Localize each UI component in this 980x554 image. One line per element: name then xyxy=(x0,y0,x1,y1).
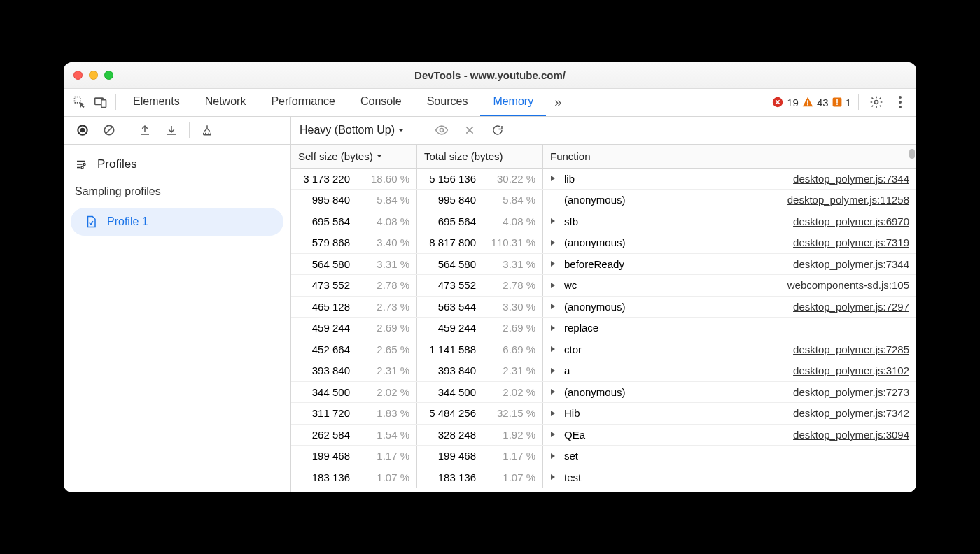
scrollbar-thumb[interactable] xyxy=(909,149,915,159)
self-pct: 2.02 % xyxy=(354,382,417,403)
table-row[interactable]: 564 5803.31 %564 5803.31 %beforeReadydes… xyxy=(291,254,916,276)
col-function[interactable]: Function xyxy=(543,145,916,168)
more-tabs-button[interactable]: » xyxy=(546,95,570,110)
titlebar: DevTools - www.youtube.com/ xyxy=(64,62,916,89)
profiles-header[interactable]: Profiles xyxy=(64,150,290,181)
total-pct: 2.78 % xyxy=(480,275,543,296)
table-row[interactable]: 183 1361.07 %183 1361.07 %test xyxy=(291,467,916,489)
total-pct: 6.69 % xyxy=(480,339,543,360)
table-row[interactable]: 465 1282.73 %563 5443.30 %(anonymous)des… xyxy=(291,297,916,318)
function-cell: (anonymous)desktop_polymer.js:11258 xyxy=(543,194,916,206)
record-button[interactable] xyxy=(69,118,96,143)
source-link[interactable]: desktop_polymer.js:7342 xyxy=(793,407,909,419)
function-cell: (anonymous)desktop_polymer.js:7319 xyxy=(543,236,916,248)
disclosure-triangle-icon[interactable] xyxy=(550,282,559,289)
tab-elements[interactable]: Elements xyxy=(120,89,192,116)
source-link[interactable]: webcomponents-sd.js:105 xyxy=(788,279,909,291)
source-link[interactable]: desktop_polymer.js:7285 xyxy=(793,343,909,355)
tab-performance[interactable]: Performance xyxy=(258,89,348,116)
view-mode-dropdown[interactable]: Heavy (Bottom Up) xyxy=(297,124,407,136)
close-icon[interactable] xyxy=(456,118,483,143)
source-link[interactable]: desktop_polymer.js:7344 xyxy=(793,258,909,270)
disclosure-triangle-icon[interactable] xyxy=(550,346,559,353)
minimize-window-button[interactable] xyxy=(89,71,98,80)
function-cell: beforeReadydesktop_polymer.js:7344 xyxy=(543,258,916,270)
table-row[interactable]: 262 5841.54 %328 2481.92 %QEadesktop_pol… xyxy=(291,425,916,446)
device-toolbar-icon[interactable] xyxy=(90,92,111,113)
source-link[interactable]: desktop_polymer.js:7344 xyxy=(793,173,909,185)
clear-button[interactable] xyxy=(96,118,122,143)
refresh-icon[interactable] xyxy=(484,118,511,143)
tab-sources[interactable]: Sources xyxy=(414,89,481,116)
eye-icon[interactable] xyxy=(428,118,455,143)
disclosure-triangle-icon[interactable] xyxy=(550,431,559,438)
source-link[interactable]: desktop_polymer.js:6970 xyxy=(793,215,909,227)
disclosure-triangle-icon[interactable] xyxy=(550,474,559,481)
disclosure-triangle-icon[interactable] xyxy=(550,303,559,310)
total-pct: 1.07 % xyxy=(480,467,543,488)
table-row[interactable]: 311 7201.83 %5 484 25632.15 %Hibdesktop_… xyxy=(291,403,916,425)
save-profile-icon[interactable] xyxy=(158,118,185,143)
view-toolbar: Heavy (Bottom Up) xyxy=(291,118,916,143)
self-bytes: 3 173 220 xyxy=(291,173,354,185)
close-window-button[interactable] xyxy=(74,71,83,80)
disclosure-triangle-icon[interactable] xyxy=(550,388,559,395)
table-row[interactable]: 393 8402.31 %393 8402.31 %adesktop_polym… xyxy=(291,360,916,382)
table-row[interactable]: 344 5002.02 %344 5002.02 %(anonymous)des… xyxy=(291,382,916,404)
source-link[interactable]: desktop_polymer.js:7319 xyxy=(793,236,909,248)
divider xyxy=(115,94,116,110)
function-cell: adesktop_polymer.js:3102 xyxy=(543,364,916,376)
fullscreen-window-button[interactable] xyxy=(104,71,113,80)
source-link[interactable]: desktop_polymer.js:7297 xyxy=(793,301,909,313)
disclosure-triangle-icon[interactable] xyxy=(550,239,559,246)
inspect-element-icon[interactable] xyxy=(69,92,90,113)
errors-count[interactable]: 19 xyxy=(771,96,799,108)
svg-rect-7 xyxy=(836,99,838,104)
svg-point-11 xyxy=(899,101,902,104)
disclosure-triangle-icon[interactable] xyxy=(550,218,559,225)
collect-garbage-icon[interactable] xyxy=(194,118,220,143)
tab-network[interactable]: Network xyxy=(192,89,259,116)
disclosure-triangle-icon[interactable] xyxy=(550,453,559,460)
source-link[interactable]: desktop_polymer.js:3102 xyxy=(793,364,909,376)
svg-rect-5 xyxy=(807,104,808,106)
source-link[interactable]: desktop_polymer.js:7273 xyxy=(793,386,909,398)
source-link[interactable]: desktop_polymer.js:3094 xyxy=(793,429,909,441)
warnings-count[interactable]: 43 xyxy=(802,96,829,108)
disclosure-triangle-icon[interactable] xyxy=(550,367,559,374)
total-pct: 2.31 % xyxy=(480,360,543,381)
table-row[interactable]: 995 8405.84 %995 8405.84 %(anonymous)des… xyxy=(291,190,916,211)
more-menu-icon[interactable] xyxy=(890,92,911,113)
load-profile-icon[interactable] xyxy=(132,118,158,143)
total-bytes: 5 156 136 xyxy=(417,173,480,185)
table-row[interactable]: 199 4681.17 %199 4681.17 %set xyxy=(291,446,916,467)
function-cell: set xyxy=(543,450,916,462)
tab-memory[interactable]: Memory xyxy=(480,89,546,116)
table-row[interactable]: 3 173 22018.60 %5 156 13630.22 %libdeskt… xyxy=(291,169,916,190)
divider xyxy=(189,122,190,138)
function-name: Hib xyxy=(564,407,580,419)
disclosure-triangle-icon[interactable] xyxy=(550,260,559,267)
settings-gear-icon[interactable] xyxy=(866,92,887,113)
table-row[interactable]: 452 6642.65 %1 141 5886.69 %ctordesktop_… xyxy=(291,339,916,361)
disclosure-triangle-icon[interactable] xyxy=(550,325,559,332)
function-cell: ctordesktop_polymer.js:7285 xyxy=(543,343,916,355)
table-row[interactable]: 473 5522.78 %473 5522.78 %wcwebcomponent… xyxy=(291,275,916,297)
disclosure-triangle-icon[interactable] xyxy=(550,410,559,417)
table-row[interactable]: 579 8683.40 %8 817 800110.31 %(anonymous… xyxy=(291,232,916,254)
issues-count[interactable]: 1 xyxy=(832,97,851,108)
divider xyxy=(127,122,127,138)
col-total-size[interactable]: Total size (bytes) xyxy=(417,145,543,168)
disclosure-triangle-icon[interactable] xyxy=(550,175,559,182)
col-self-size[interactable]: Self size (bytes) xyxy=(291,145,417,168)
profile-list-item[interactable]: Profile 1 xyxy=(71,208,284,236)
svg-rect-0 xyxy=(75,97,80,103)
total-pct: 2.69 % xyxy=(480,318,543,339)
tab-console[interactable]: Console xyxy=(348,89,414,116)
source-link[interactable]: desktop_polymer.js:11258 xyxy=(788,194,909,206)
table-row[interactable]: 695 5644.08 %695 5644.08 %sfbdesktop_pol… xyxy=(291,211,916,233)
self-pct: 3.40 % xyxy=(354,232,417,253)
table-row[interactable]: 459 2442.69 %459 2442.69 %replace xyxy=(291,318,916,339)
devtools-window: DevTools - www.youtube.com/ Elements Net… xyxy=(64,62,916,492)
total-bytes: 459 244 xyxy=(417,322,480,334)
